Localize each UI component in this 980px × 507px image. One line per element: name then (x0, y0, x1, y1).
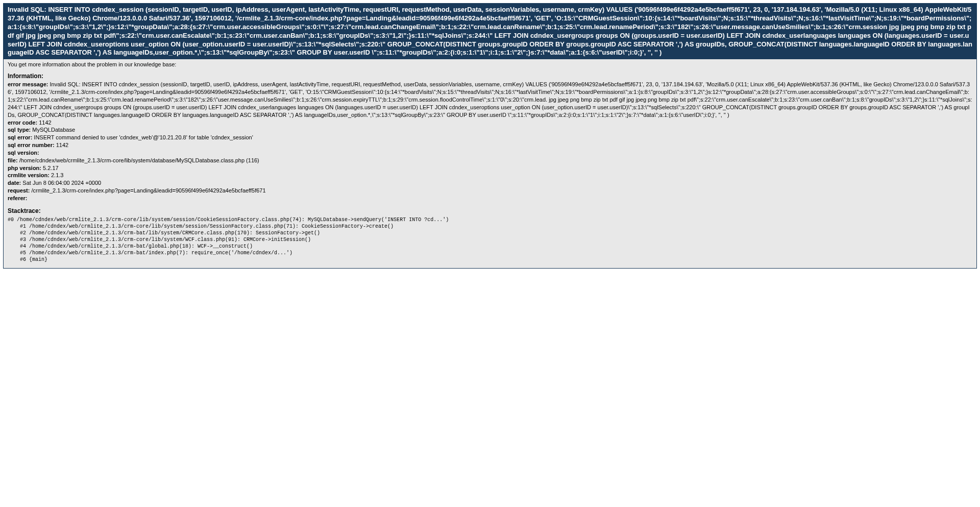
value-request: /crmlite_2.1.3/crm-core/index.php?page=L… (31, 187, 265, 194)
kb-info-text: You get more information about the probl… (8, 60, 972, 70)
error-body: You get more information about the probl… (4, 59, 976, 268)
label-error-message: error message: (8, 81, 48, 87)
value-sql-error: INSERT command denied to user 'cdndex_we… (34, 134, 253, 140)
label-referer: referer: (8, 195, 28, 201)
error-header: Invalid SQL: INSERT INTO cdndex_session … (4, 4, 976, 59)
stacktrace-title: Stacktrace: (8, 205, 972, 215)
label-date: date: (8, 180, 21, 186)
value-crmlite-version: 2.1.3 (51, 172, 63, 178)
label-sql-version: sql version: (8, 150, 39, 156)
value-sql-type: MySQLDatabase (32, 127, 75, 133)
info-error-message: error message: Invalid SQL: INSERT INTO … (8, 81, 972, 118)
info-sql-type: sql type: MySQLDatabase (8, 126, 972, 134)
info-request: request: /crmlite_2.1.3/crm-core/index.p… (8, 187, 972, 195)
value-file: /home/cdndex/web/crmlite_2.1.3/crm-core/… (19, 157, 259, 163)
label-file: file: (8, 157, 18, 163)
info-date: date: Sat Jun 8 06:04:00 2024 +0000 (8, 179, 972, 187)
value-error-code: 1142 (39, 119, 51, 126)
info-error-code: error code: 1142 (8, 119, 972, 127)
info-sql-error-number: sql error number: 1142 (8, 141, 972, 149)
stacktrace-content: #0 /home/cdndex/web/crmlite_2.1.3/crm-co… (8, 215, 972, 264)
label-request: request: (8, 187, 30, 194)
info-sql-version: sql version: (8, 149, 972, 157)
info-php-version: php version: 5.2.17 (8, 164, 972, 172)
value-error-message: Invalid SQL: INSERT INTO cdndex_session … (8, 81, 972, 117)
info-referer: referer: (8, 195, 972, 202)
label-sql-error: sql error: (8, 134, 32, 140)
label-php-version: php version: (8, 165, 41, 171)
label-sql-error-number: sql error number: (8, 142, 55, 148)
label-error-code: error code: (8, 119, 37, 126)
information-title: Information: (8, 70, 972, 81)
info-sql-error: sql error: INSERT command denied to user… (8, 134, 972, 141)
value-sql-error-number: 1142 (56, 142, 68, 148)
label-crmlite-version: crmlite version: (8, 172, 50, 178)
value-date: Sat Jun 8 06:04:00 2024 +0000 (22, 180, 101, 186)
info-crmlite-version: crmlite version: 2.1.3 (8, 172, 972, 179)
value-php-version: 5.2.17 (43, 165, 59, 171)
info-file: file: /home/cdndex/web/crmlite_2.1.3/crm… (8, 157, 972, 164)
label-sql-type: sql type: (8, 127, 31, 133)
error-panel: Invalid SQL: INSERT INTO cdndex_session … (3, 3, 977, 269)
